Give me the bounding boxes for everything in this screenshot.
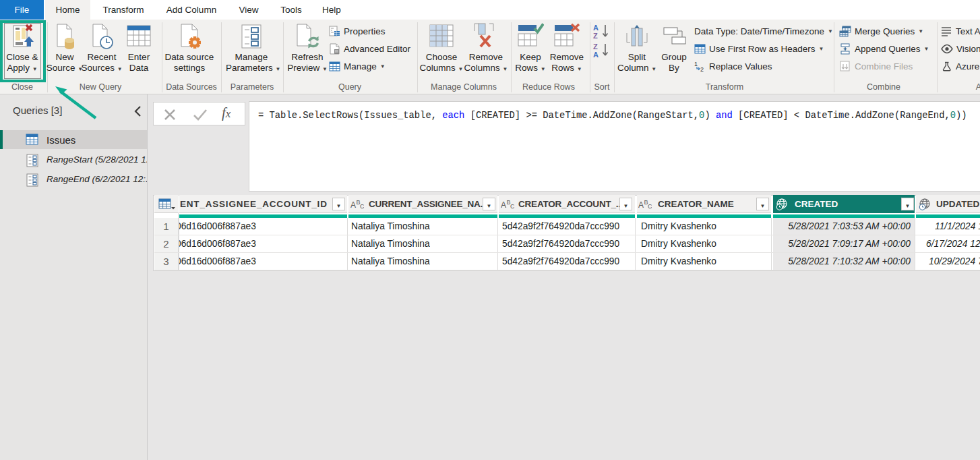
svg-text:Z: Z bbox=[593, 32, 598, 40]
svg-text:A: A bbox=[638, 200, 644, 210]
svg-text:A: A bbox=[501, 200, 506, 210]
svg-text:A: A bbox=[593, 51, 599, 59]
svg-text:A: A bbox=[350, 200, 356, 210]
svg-text:1: 1 bbox=[694, 61, 698, 67]
svg-text:A: A bbox=[593, 24, 599, 32]
svg-text:C: C bbox=[510, 203, 514, 210]
svg-text:C: C bbox=[648, 203, 652, 210]
svg-text:Z: Z bbox=[593, 42, 598, 51]
svg-text:2: 2 bbox=[700, 66, 704, 72]
svg-text:C: C bbox=[360, 203, 364, 210]
